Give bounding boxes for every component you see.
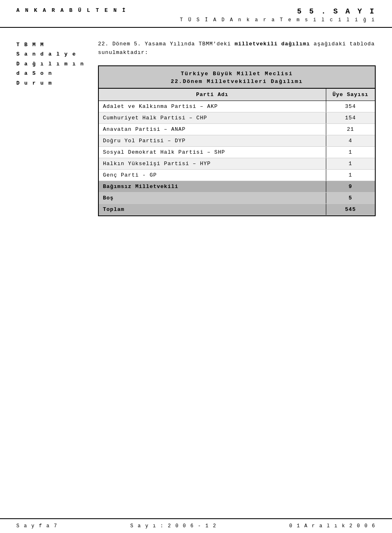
party-name: Sosyal Demokrat Halk Partisi – SHP <box>99 146 326 158</box>
party-name: Genç Parti - GP <box>99 169 326 181</box>
sidebar: T B M M S a n d a l y e D a ğ ı l ı m ı … <box>16 40 90 216</box>
header-right: 5 5 . S A Y I T Ü S İ A D A n k a r a T … <box>180 7 376 23</box>
member-count: 5 <box>326 192 375 204</box>
member-count: 154 <box>326 112 375 123</box>
table-row: Adalet ve Kalkınma Partisi – AKP354 <box>99 101 375 112</box>
publication-date: 0 1 A r a l ı k 2 0 0 6 <box>289 523 376 529</box>
article-content: 22. Dönem 5. Yasama Yılında TBMM'deki mi… <box>98 40 376 216</box>
distribution-table: Parti Adı Üye Sayısı Adalet ve Kalkınma … <box>99 89 375 215</box>
member-count: 354 <box>326 101 375 112</box>
member-count: 4 <box>326 135 375 146</box>
col-party-header: Parti Adı <box>99 89 326 101</box>
intro-paragraph: 22. Dönem 5. Yasama Yılında TBMM'deki mi… <box>98 40 376 57</box>
table-row: Anavatan Partisi – ANAP21 <box>99 123 375 135</box>
party-name: Cumhuriyet Halk Partisi – CHP <box>99 112 326 123</box>
table-row: Bağımsız Milletvekili9 <box>99 181 375 192</box>
party-name: Bağımsız Milletvekili <box>99 181 326 192</box>
table-row: Sosyal Demokrat Halk Partisi – SHP1 <box>99 146 375 158</box>
organization-name: T Ü S İ A D A n k a r a T e m s i l c i … <box>180 17 376 23</box>
table-column-headers: Parti Adı Üye Sayısı <box>99 89 375 101</box>
intro-highlight: milletvekili dağılımı <box>234 41 310 47</box>
party-name: Adalet ve Kalkınma Partisi – AKP <box>99 101 326 112</box>
table-row: Halkın Yükselişi Partisi – HYP1 <box>99 158 375 169</box>
member-count: 21 <box>326 123 375 135</box>
intro-text-before: 22. Dönem 5. Yasama Yılında TBMM'deki <box>98 41 234 47</box>
party-name: Boş <box>99 192 326 204</box>
table-row: Boş5 <box>99 192 375 204</box>
issue-code: S a y ı : 2 0 0 6 - 1 2 <box>130 523 217 529</box>
col-members-header: Üye Sayısı <box>326 89 375 101</box>
issue-number: 5 5 . S A Y I <box>180 7 376 16</box>
party-name: Doğru Yol Partisi – DYP <box>99 135 326 146</box>
table-row: Doğru Yol Partisi – DYP4 <box>99 135 375 146</box>
table-header: Türkiye Büyük Millet Meclisi 22.Dönem Mi… <box>99 66 375 89</box>
table-row: Genç Parti - GP1 <box>99 169 375 181</box>
member-count: 545 <box>326 204 375 215</box>
page-footer: S a y f a 7 S a y ı : 2 0 0 6 - 1 2 0 1 … <box>0 518 392 533</box>
page-number: S a y f a 7 <box>16 523 58 529</box>
table-row: Toplam545 <box>99 204 375 215</box>
member-count: 1 <box>326 146 375 158</box>
table-row: Cumhuriyet Halk Partisi – CHP154 <box>99 112 375 123</box>
table-title: Türkiye Büyük Millet Meclisi <box>103 69 371 78</box>
table-subtitle: 22.Dönem Milletvekilleri Dağılımı <box>103 78 371 85</box>
page-header: A N K A R A B Ü L T E N İ 5 5 . S A Y I … <box>0 0 392 28</box>
main-content: T B M M S a n d a l y e D a ğ ı l ı m ı … <box>0 28 392 216</box>
party-name: Halkın Yükselişi Partisi – HYP <box>99 158 326 169</box>
party-name: Toplam <box>99 204 326 215</box>
sidebar-title: T B M M S a n d a l y e D a ğ ı l ı m ı … <box>16 40 90 88</box>
publication-title: A N K A R A B Ü L T E N İ <box>16 7 127 13</box>
member-count: 1 <box>326 169 375 181</box>
member-count: 9 <box>326 181 375 192</box>
member-count: 1 <box>326 158 375 169</box>
parliament-table: Türkiye Büyük Millet Meclisi 22.Dönem Mi… <box>98 65 376 216</box>
party-name: Anavatan Partisi – ANAP <box>99 123 326 135</box>
